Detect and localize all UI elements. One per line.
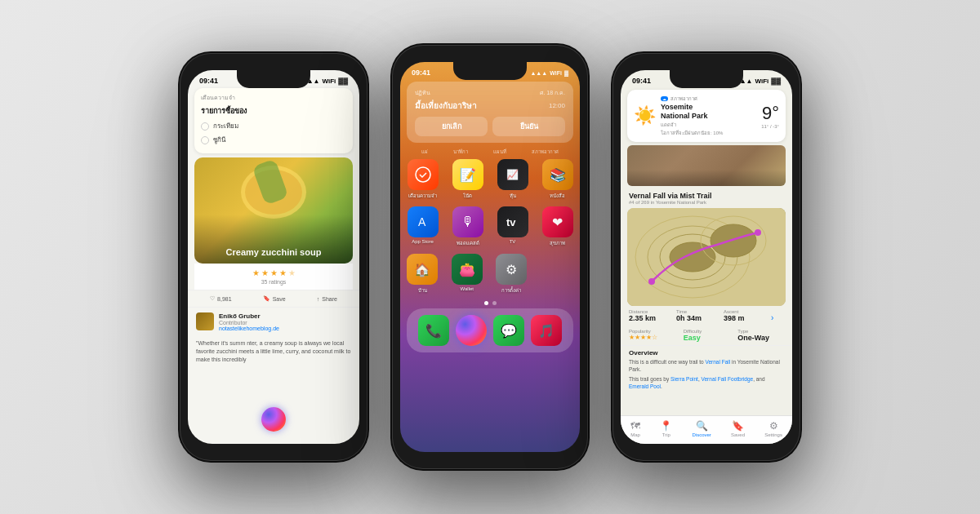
vernal-fall-link[interactable]: Vernal Fall [705, 359, 730, 365]
notes-icon: 📝 [452, 159, 483, 190]
tab-weather[interactable]: สภาพอากาศ [532, 148, 559, 156]
dock-music[interactable]: 🎵 [531, 315, 562, 346]
accept-button[interactable]: ยืนยัน [492, 117, 565, 136]
recipe-image[interactable]: Creamy zucchini soup [194, 157, 353, 264]
trail-landscape-image [627, 145, 786, 186]
app-health[interactable]: ❤ สุขภาพ [542, 206, 573, 247]
tab-clock[interactable]: นาฬิกา [453, 148, 468, 156]
siri-button-2[interactable] [456, 315, 487, 346]
app-row-3: 🏠 บ้าน 👛 Wallet ⚙ การตั้งค่า [400, 254, 580, 295]
weather-temp-section: 9° 11° / -3° [761, 103, 779, 129]
time-value: 0h 34m [676, 314, 715, 322]
action-row: ♡ 8,981 🔖 Save ↑ Share [188, 290, 359, 308]
tab-trip[interactable]: 📍 Trip [660, 420, 672, 437]
tab-settings-label: Settings [764, 432, 782, 437]
reminder-widget[interactable]: เตือนความจำ รายการซื้อของ กระเทียม ซูกิน… [194, 88, 353, 153]
page-dots [400, 301, 580, 305]
author-section: Enikő Gruber Contributor notastelikehome… [188, 308, 359, 336]
save-button[interactable]: 🔖 Save [263, 295, 286, 302]
overview-section: Overview This is a difficult one way tra… [621, 346, 792, 393]
notch-3 [670, 70, 743, 88]
siri-button-1[interactable] [261, 407, 286, 432]
notif-date: ศ. 18 ก.ค. [540, 88, 565, 97]
author-info: Enikő Gruber Contributor notastelikehome… [219, 312, 351, 331]
tab-maps[interactable]: แผ่ [421, 148, 428, 156]
notch-1 [237, 70, 310, 88]
footbridge-link[interactable]: Vernal Fall Footbridge [702, 376, 754, 382]
dock-messages[interactable]: 💬 [493, 315, 524, 346]
ascent-value: 398 m [724, 314, 763, 322]
health-label: สุขภาพ [550, 239, 565, 247]
svg-text:tv: tv [506, 216, 516, 228]
tab-maps2[interactable]: แผนที่ [493, 148, 506, 156]
reminder-item-2[interactable]: ซูกินี [201, 135, 346, 145]
tab-saved[interactable]: 🔖 Saved [731, 420, 745, 437]
svg-point-11 [755, 229, 761, 236]
podcasts-label: พอดแคสต์ [457, 239, 479, 247]
type-value: One-Way [737, 334, 784, 342]
app-row-2: A App Store 🎙 พอดแคสต์ tv TV ❤ สุขภาพ [400, 206, 580, 247]
dock-phone[interactable]: 📞 [418, 315, 449, 346]
app-tv[interactable]: tv TV [497, 206, 528, 247]
star-4: ★ [279, 268, 287, 277]
sierra-point-link[interactable]: Sierra Point [670, 376, 698, 382]
overview-text-2: This trail goes by Sierra Point, Vernal … [629, 375, 784, 390]
share-button[interactable]: ↑ Share [317, 295, 337, 302]
tab-map[interactable]: 🗺 Map [630, 420, 640, 437]
reminder-text-2: ซูกินี [213, 135, 225, 145]
app-home[interactable]: 🏠 บ้าน [407, 254, 438, 295]
topo-map-svg [627, 208, 786, 306]
weather-widget[interactable]: ☀️ ☁ สภาพอากาศ YosemiteNational Park แดด… [627, 90, 786, 142]
settings-label: การตั้งค่า [501, 286, 521, 295]
recipe-name: Creamy zucchini soup [220, 241, 328, 264]
distance-value: 2.35 km [629, 314, 668, 322]
weather-info: ☁ สภาพอากาศ YosemiteNational Park แดดจ้า… [661, 95, 756, 137]
tab-discover-label: Discover [692, 432, 710, 437]
reminder-circle-1 [201, 122, 209, 131]
messages-icon: 💬 [493, 315, 524, 346]
app-row-1: เตือนความจำ 📝 โน้ต 📈 หุ้น 📚 หนังสือ [400, 159, 580, 200]
star-5: ★ [288, 268, 296, 277]
weather-app-label: ☁ สภาพอากาศ [661, 95, 756, 103]
appstore-label: App Store [412, 239, 434, 244]
author-link[interactable]: notastelikehomeblog.de [219, 326, 351, 331]
time-stat: Time 0h 34m [676, 309, 715, 324]
app-settings[interactable]: ⚙ การตั้งค่า [496, 254, 527, 295]
app-stocks[interactable]: 📈 หุ้น [497, 159, 528, 200]
cancel-button[interactable]: ยกเลิก [415, 117, 488, 136]
phone-2: 09:41 ▲▲▲ WiFi ▓ ปฏิทิน ศ. 18 ก.ค. มื้อเ… [392, 45, 588, 469]
app-reminders[interactable]: เตือนความจำ [408, 159, 439, 200]
heart-icon: ♡ [210, 295, 215, 302]
app-podcasts[interactable]: 🎙 พอดแคสต์ [452, 206, 483, 247]
app-books[interactable]: 📚 หนังสือ [542, 159, 573, 200]
emerald-pool-link[interactable]: Emerald Pool [629, 383, 661, 389]
reminders-icon [408, 159, 439, 190]
weather-sun-icon: ☀️ [634, 105, 656, 126]
popularity-stat: Popularity ★★★★☆ [629, 329, 675, 342]
tab-discover[interactable]: 🔍 Discover [692, 420, 710, 437]
svg-text:A: A [418, 215, 426, 228]
phone-2-screen: 09:41 ▲▲▲ WiFi ▓ ปฏิทิน ศ. 18 ก.ค. มื้อเ… [400, 62, 580, 452]
bookmark-icon: 🔖 [263, 295, 270, 302]
phones-container: 09:41 ▲▲▲ WiFi ▓▓ เตือนความจำ รายการซื้อ… [163, 29, 817, 485]
author-avatar [196, 312, 214, 330]
tab-settings[interactable]: ⚙ Settings [764, 420, 782, 437]
map-icon: 🗺 [630, 420, 640, 432]
wallet-icon: 👛 [452, 254, 483, 285]
weather-temp: 9° [761, 103, 779, 124]
expand-arrow[interactable]: › [771, 309, 784, 324]
star-1: ★ [252, 268, 260, 277]
difficulty-stat: Difficulty Easy [684, 329, 730, 342]
trail-map[interactable] [627, 208, 786, 306]
app-notes[interactable]: 📝 โน้ต [452, 159, 483, 200]
like-button[interactable]: ♡ 8,981 [210, 295, 232, 302]
app-wallet[interactable]: 👛 Wallet [452, 254, 483, 295]
notification-widget[interactable]: ปฏิทิน ศ. 18 ก.ค. มื้อเที่ยงกับอาริษา 12… [407, 82, 573, 143]
app-appstore[interactable]: A App Store [408, 206, 439, 247]
reminder-text-1: กระเทียม [213, 121, 238, 131]
review-text: "Whether it's summ nter, a creamy soup i… [188, 336, 359, 366]
reminder-item-1[interactable]: กระเทียม [201, 121, 346, 131]
svg-point-0 [416, 167, 430, 182]
wallet-label: Wallet [461, 286, 474, 291]
ascent-stat: Ascent 398 m [724, 309, 763, 324]
